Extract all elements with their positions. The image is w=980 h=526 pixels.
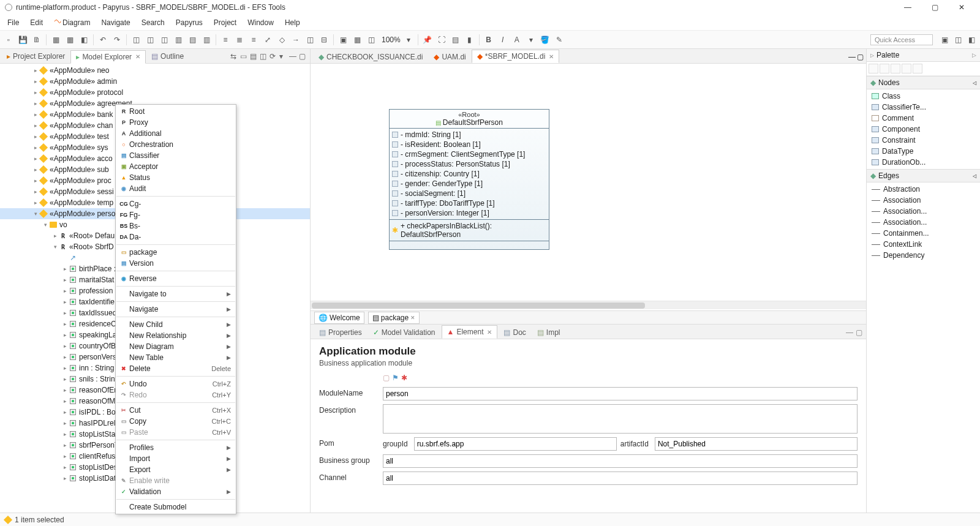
menu-papyrus[interactable]: Papyrus [171,17,208,28]
save-icon[interactable]: 💾 [17,34,29,46]
filter2-icon[interactable]: ◫ [260,52,268,61]
menu-help[interactable]: Help [280,17,305,28]
menu-project[interactable]: Project [209,17,241,28]
font-icon[interactable]: A [511,34,523,46]
palette-node-item[interactable]: Comment [869,113,978,124]
maximize-button[interactable]: ▢ [921,0,948,15]
undo-icon[interactable]: ↶ [97,34,109,46]
palette-node-item[interactable]: DurationOb... [869,157,978,168]
uml-attribute[interactable]: - crmSegment: ClientSegmentType [1] [392,149,546,159]
ctx-new-child[interactable]: New Child▶ [116,319,236,330]
tool-n-icon[interactable]: ◇ [276,34,288,46]
palette-node-item[interactable]: Constraint [869,135,978,146]
filter-icon[interactable]: ⛶ [435,34,448,46]
ctx-validation[interactable]: ✓Validation▶ [116,486,236,497]
sort-icon[interactable]: ▤ [250,52,258,61]
collapse-icon[interactable]: ▭ [240,52,249,61]
ctx-da[interactable]: DADa- [116,231,236,242]
palette-select-icon[interactable] [869,64,878,73]
ctx-package[interactable]: ▭package [116,247,236,258]
ctx-cg[interactable]: CGCg- [116,198,236,209]
zoom-dropdown-icon[interactable]: ▾ [402,34,415,46]
tab-outline[interactable]: ▤Outline [146,50,189,63]
zoom-level[interactable]: 100% [382,36,401,44]
palette-marquee-icon[interactable] [891,64,900,73]
maximize-props-icon[interactable]: ▢ [856,328,862,337]
ctx-additional[interactable]: AAdditional [116,128,236,139]
tool-k-icon[interactable]: ≣ [233,34,246,46]
maximize-view-icon[interactable]: ▢ [299,52,307,61]
redo-icon[interactable]: ↷ [111,34,123,46]
ctx-undo[interactable]: ↶UndoCtrl+Z [116,378,236,389]
tool-a-icon[interactable]: ▦ [50,34,62,46]
tab-impl[interactable]: ▤Impl [532,326,565,339]
tool-e-icon[interactable]: ◫ [144,34,156,46]
tab-model-validation[interactable]: ✓Model Validation [368,326,440,339]
tab-properties[interactable]: ▤Properties [314,326,367,339]
ctx-acceptor[interactable]: ▣Acceptor [116,161,236,172]
tool-o-icon[interactable]: → [290,34,302,46]
tool-r-icon[interactable]: ▣ [337,34,349,46]
fill-icon[interactable]: 🪣 [539,34,551,46]
ctx-create-submodel[interactable]: Create Submodel [116,502,236,513]
ctx-enable-write[interactable]: ✎Enable write [116,475,236,486]
menu-diagram[interactable]: Diagram [49,17,95,28]
quick-access[interactable]: Quick Access [870,34,933,45]
tree-item[interactable]: ▸«AppModule» neo [0,65,310,76]
close-icon[interactable]: ✕ [135,53,140,60]
palette-node-item[interactable]: Class [869,91,978,102]
tool-m-icon[interactable]: ⤢ [262,34,274,46]
minimize-button[interactable]: — [894,0,921,15]
canvas-hscroll[interactable] [311,301,866,309]
uml-attribute[interactable]: - mdmId: String [1] [392,130,546,140]
ctx-audit[interactable]: ◉Audit [116,183,236,194]
tab-sbrf-model[interactable]: ◆*SBRF_MODEL.di✕ [472,50,560,63]
uml-attribute[interactable]: - gender: GenderType [1] [392,179,546,189]
ctx-export[interactable]: Export▶ [116,464,236,475]
groupid-input[interactable] [414,437,617,451]
edit-label-icon[interactable]: ▢ [383,374,390,382]
menu-edit[interactable]: Edit [25,17,48,28]
close-icon[interactable]: ✕ [487,329,492,336]
business-group-input[interactable] [383,454,858,468]
ctx-reverse[interactable]: ◉Reverse [116,273,236,284]
perspective-papyrus-icon[interactable]: ◫ [952,34,964,46]
palette-edge-item[interactable]: Association... [869,217,978,228]
ctx-proxy[interactable]: PProxy [116,117,236,128]
palette-menu-icon[interactable]: ▷ [972,52,976,58]
ctx-new-relationship[interactable]: New Relationship▶ [116,330,236,341]
ctx-bs[interactable]: BSBs- [116,220,236,231]
minimize-view-icon[interactable]: — [289,52,298,61]
layer-icon[interactable]: ▤ [450,34,462,46]
link-icon[interactable]: ⇆ [230,52,239,61]
tool-d-icon[interactable]: ◫ [130,34,142,46]
tree-item[interactable]: ▸«AppModule» protocol [0,87,310,98]
tab-model-explorer[interactable]: ▸Model Explorer✕ [70,50,146,64]
tool-c-icon[interactable]: ◧ [78,34,90,46]
uml-attribute[interactable]: - tariffType: DboTariffType [1] [392,198,546,208]
tool-s-icon[interactable]: ◫ [365,34,377,46]
menu-window[interactable]: Window [243,17,279,28]
description-input[interactable] [383,404,858,434]
close-icon[interactable]: ✕ [410,315,415,321]
pin-icon[interactable]: 📌 [421,34,434,46]
menu-search[interactable]: Search [137,17,170,28]
tool-f-icon[interactable]: ◫ [158,34,170,46]
ctx-new-diagram[interactable]: New Diagram▶ [116,341,236,352]
new-icon[interactable]: ▫ [2,34,15,46]
tool-h-icon[interactable]: ▤ [186,34,198,46]
line-color-icon[interactable]: ✎ [553,34,565,46]
palette-edge-item[interactable]: Association... [869,206,978,217]
menu-file[interactable]: File [2,17,24,28]
tool-p-icon[interactable]: ◫ [304,34,316,46]
view-menu-icon[interactable]: ▾ [279,52,288,61]
tool-i-icon[interactable]: ▥ [200,34,213,46]
uml-attribute[interactable]: - isResident: Boolean [1] [392,140,546,149]
uml-attribute[interactable]: - citizenship: Country [1] [392,169,546,179]
channel-input[interactable] [383,472,858,485]
module-name-input[interactable] [383,387,858,400]
palette-more-icon[interactable] [913,64,922,73]
tool-j-icon[interactable]: ≡ [219,34,232,46]
ctx-cut[interactable]: ✂CutCtrl+X [116,405,236,416]
uml-attribute[interactable]: - socialSegment: [1] [392,189,546,198]
